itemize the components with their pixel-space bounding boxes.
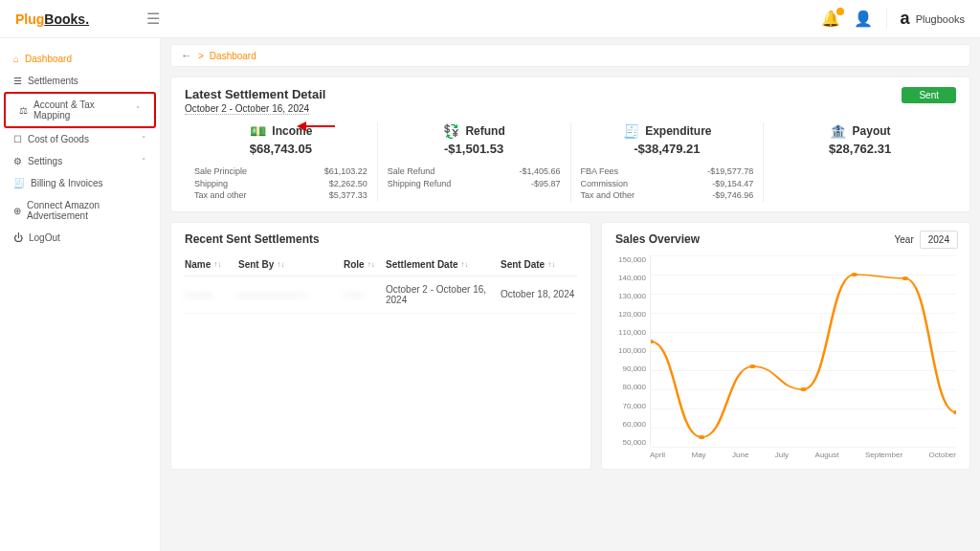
main-content: ← > Dashboard Latest Settlement Detail O… [161, 38, 980, 551]
sidebar-label: Account & Tax Mapping [33, 99, 130, 121]
chart-plot [650, 255, 956, 447]
metric-value: $68,743.05 [194, 142, 368, 156]
sidebar-item-dashboard[interactable]: ⌂Dashboard [0, 48, 160, 70]
y-tick: 110,000 [615, 328, 646, 337]
sort-icon: ↑↓ [368, 260, 375, 269]
chevron-down-icon: ˅ [142, 157, 146, 166]
y-tick: 140,000 [615, 274, 646, 282]
crumb-sep: > [198, 51, 204, 61]
metric-breakdown-row: Sale Refund-$1,405.66 [388, 165, 561, 178]
cell-role: —— [344, 284, 386, 305]
x-tick: July [775, 451, 789, 459]
sidebar-item-billing-invoices[interactable]: 🧾Billing & Invoices [0, 172, 160, 194]
sidebar-item-connect-amazon-advertisement[interactable]: ⊕Connect Amazon Advertisement [0, 194, 160, 227]
amazon-logo-icon: a [901, 9, 910, 29]
metric-breakdown-row: Shipping$2,262.50 [194, 178, 368, 190]
y-tick: 60,000 [615, 420, 646, 429]
year-value[interactable]: 2024 [920, 231, 958, 249]
metric-icon: 💱 [442, 122, 459, 140]
sent-badge: Sent [902, 87, 956, 103]
th-role[interactable]: Role↑↓ [344, 259, 386, 270]
cell-sent-date: October 18, 2024 [501, 284, 577, 305]
sidebar-item-settings[interactable]: ⚙Settings˅ [0, 150, 160, 172]
metric-breakdown-row: Tax and Other-$9,746.96 [581, 189, 754, 202]
data-point[interactable] [651, 340, 654, 343]
sidebar-label: Billing & Invoices [31, 178, 103, 188]
topbar-right: 🔔 👤 a Plugbooks [821, 9, 965, 29]
y-tick: 150,000 [615, 255, 646, 264]
sidebar-item-logout[interactable]: ⏻LogOut [0, 227, 160, 249]
metric-label: Refund [465, 124, 504, 138]
sidebar-label: LogOut [29, 232, 60, 243]
metrics-row: 💵Income$68,743.05Sale Principle$61,103.2… [185, 122, 956, 202]
settlement-title: Latest Settlement Detail [185, 87, 956, 101]
sort-icon: ↑↓ [213, 260, 221, 269]
notification-badge [836, 8, 844, 15]
sidebar-icon: ⌂ [13, 54, 19, 64]
sidebar-icon: ⚙ [13, 156, 22, 166]
metric-payout: 🏦Payout$28,762.31 [764, 122, 956, 202]
sidebar-label: Settlements [28, 76, 78, 86]
sidebar-item-cost-of-goods[interactable]: ☐Cost of Goods˅ [0, 128, 160, 150]
metric-value: -$1,501.53 [388, 142, 561, 156]
x-tick: June [732, 451, 748, 459]
recent-title: Recent Sent Settlements [185, 232, 577, 246]
topbar: PlugBooks. ☰ 🔔 👤 a Plugbooks [0, 0, 980, 38]
y-tick: 100,000 [615, 346, 646, 355]
th-settlement-date[interactable]: Settlement Date↑↓ [386, 259, 501, 270]
x-tick: October [929, 451, 956, 459]
crumb-dashboard[interactable]: Dashboard [210, 51, 256, 61]
data-point[interactable] [749, 364, 755, 368]
sidebar-item-account-tax-mapping[interactable]: ⚖Account & Tax Mapping˅ [4, 92, 156, 128]
sales-overview-card: Sales Overview Year 2024 150,000140,0001… [601, 222, 970, 470]
metric-refund: 💱Refund-$1,501.53Sale Refund-$1,405.66Sh… [378, 122, 571, 202]
th-sentby[interactable]: Sent By↑↓ [238, 259, 344, 270]
year-label: Year [895, 234, 914, 245]
sidebar-icon: ⊕ [13, 206, 21, 216]
sidebar-label: Dashboard [25, 54, 72, 64]
brand-plug: Plug [15, 11, 44, 27]
sidebar-item-settlements[interactable]: ☰Settlements [0, 70, 160, 92]
hamburger-icon[interactable]: ☰ [146, 10, 160, 28]
settlement-date: October 2 - October 16, 2024 [185, 103, 309, 115]
th-sent-date[interactable]: Sent Date↑↓ [501, 259, 577, 270]
y-tick: 90,000 [615, 364, 646, 373]
user-icon[interactable]: 👤 [854, 10, 873, 28]
notifications-icon[interactable]: 🔔 [821, 10, 840, 28]
chart-area: 150,000140,000130,000120,000110,000100,0… [615, 255, 956, 447]
chevron-down-icon: ˅ [136, 105, 141, 115]
metric-label: Expenditure [645, 124, 711, 138]
data-point[interactable] [699, 435, 704, 439]
data-point[interactable] [800, 387, 806, 391]
table-row[interactable]: ——— ——————— —— October 2 - October 16, 2… [185, 276, 577, 314]
sidebar-icon: ⏻ [13, 232, 23, 243]
y-tick: 50,000 [615, 438, 646, 447]
metric-label: Payout [853, 124, 891, 138]
sidebar-icon: 🧾 [13, 178, 25, 188]
cell-name: ——— [185, 284, 238, 305]
data-point[interactable] [902, 276, 908, 280]
metric-label: Income [272, 124, 312, 138]
sort-icon: ↑↓ [547, 260, 555, 269]
cell-sentby: ——————— [238, 284, 344, 305]
x-axis: AprilMayJuneJulyAugustSeptemberOctober [650, 451, 956, 459]
latest-settlement-card: Latest Settlement Detail October 2 - Oct… [170, 77, 970, 212]
th-name[interactable]: Name↑↓ [185, 259, 238, 270]
year-selector: Year 2024 [895, 231, 958, 249]
y-tick: 120,000 [615, 310, 646, 319]
back-icon[interactable]: ← [181, 49, 192, 62]
metric-breakdown-row: Shipping Refund-$95.87 [388, 178, 561, 190]
bottom-row: Recent Sent Settlements Name↑↓ Sent By↑↓… [170, 222, 970, 470]
brand-books: Books. [44, 11, 89, 27]
data-point[interactable] [851, 273, 857, 276]
brand-logo[interactable]: PlugBooks. [15, 11, 89, 27]
x-tick: September [865, 451, 902, 459]
metric-income: 💵Income$68,743.05Sale Principle$61,103.2… [185, 122, 378, 202]
y-axis: 150,000140,000130,000120,000110,000100,0… [615, 255, 650, 447]
metric-value: -$38,479.21 [581, 142, 754, 156]
sidebar-label: Settings [28, 156, 62, 166]
amazon-account-name: Plugbooks [916, 13, 965, 25]
cell-settlement-date: October 2 - October 16, 2024 [386, 284, 501, 305]
amazon-account[interactable]: a Plugbooks [886, 9, 965, 29]
sidebar-label: Connect Amazon Advertisement [27, 200, 146, 221]
